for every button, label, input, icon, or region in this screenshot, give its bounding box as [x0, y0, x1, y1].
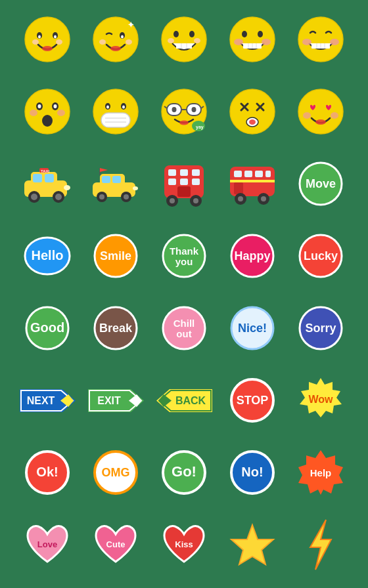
sticker-ok[interactable]: Ok! [14, 440, 80, 505]
sticker-hello[interactable]: Hello [14, 223, 80, 289]
svg-text:Happy: Happy [234, 249, 270, 262]
svg-point-30 [234, 39, 243, 45]
svg-text:Kiss: Kiss [175, 539, 193, 549]
svg-text:Thank: Thank [170, 245, 199, 257]
svg-rect-102 [180, 169, 188, 176]
svg-text:EXIT: EXIT [97, 395, 121, 406]
sticker-lightning[interactable] [288, 512, 354, 578]
svg-point-51 [106, 106, 109, 109]
sticker-happy[interactable] [14, 7, 80, 72]
svg-rect-80 [33, 174, 42, 182]
sticker-kiss[interactable]: Kiss [151, 512, 217, 578]
svg-text:Nice!: Nice! [238, 322, 267, 335]
sticker-cute[interactable]: Cute [83, 512, 149, 578]
sticker-nice[interactable]: Nice! [219, 295, 285, 361]
sticker-sorry[interactable]: Sorry [288, 295, 354, 361]
svg-text:Lucky: Lucky [304, 249, 338, 262]
svg-marker-177 [310, 520, 331, 570]
sticker-back[interactable]: BACK [151, 368, 217, 433]
sticker-bus-red2[interactable] [219, 151, 285, 217]
svg-point-4 [54, 35, 57, 39]
svg-text:Cute: Cute [106, 539, 126, 549]
svg-text:yay: yay [196, 125, 204, 130]
svg-point-77 [331, 112, 338, 119]
svg-rect-104 [168, 178, 176, 185]
svg-rect-117 [230, 180, 275, 182]
svg-point-11 [110, 46, 121, 51]
svg-point-22 [194, 38, 200, 43]
sticker-surprise[interactable] [14, 79, 80, 144]
svg-point-47 [57, 110, 65, 116]
svg-text:Wow: Wow [308, 394, 333, 405]
svg-rect-106 [192, 178, 200, 185]
svg-point-63 [192, 107, 196, 112]
sticker-thankyou[interactable]: Thank you [151, 223, 217, 289]
sticker-chillout[interactable]: Chill out [151, 295, 217, 361]
svg-point-76 [303, 112, 311, 119]
sticker-omg[interactable]: OMG [83, 440, 149, 505]
sticker-hearts[interactable] [288, 79, 354, 144]
sticker-stop[interactable]: STOP [219, 368, 285, 433]
svg-point-13 [126, 39, 132, 45]
svg-point-6 [32, 39, 39, 45]
sticker-car[interactable] [83, 151, 149, 217]
svg-point-64 [179, 121, 189, 125]
sticker-move[interactable]: Move [288, 151, 354, 217]
svg-text:No!: No! [241, 465, 263, 479]
svg-text:OMG: OMG [102, 466, 130, 479]
sticker-mask[interactable] [83, 79, 149, 144]
sticker-glasses[interactable]: yay [151, 79, 217, 144]
svg-point-96 [124, 194, 129, 200]
svg-point-97 [133, 186, 138, 190]
sticker-exit[interactable]: EXIT [83, 368, 149, 433]
sticker-break[interactable]: Break [83, 295, 149, 361]
svg-rect-81 [45, 174, 54, 182]
svg-point-3 [38, 35, 41, 39]
svg-point-5 [42, 46, 53, 51]
svg-point-17 [189, 31, 195, 37]
svg-point-37 [302, 39, 311, 45]
svg-text:Smile: Smile [100, 249, 131, 262]
sticker-smile[interactable]: Smile [83, 223, 149, 289]
sticker-biggrin[interactable] [219, 7, 285, 72]
svg-point-45 [44, 117, 51, 125]
svg-point-0 [25, 17, 70, 62]
sticker-dead[interactable] [219, 79, 285, 144]
sticker-grin[interactable] [151, 7, 217, 72]
svg-point-62 [172, 107, 177, 112]
sticker-help[interactable]: Help [288, 440, 354, 505]
sticker-taxi[interactable]: TAXI [14, 151, 80, 217]
svg-rect-114 [244, 171, 252, 177]
sticker-love[interactable]: Love [14, 512, 80, 578]
sticker-happy-badge[interactable]: Happy [219, 223, 285, 289]
svg-point-16 [173, 31, 179, 37]
svg-rect-105 [180, 178, 188, 185]
sticker-bus-red[interactable] [151, 151, 217, 217]
sticker-wink[interactable]: ✦ [83, 7, 149, 72]
sticker-star[interactable] [219, 512, 285, 578]
svg-text:STOP: STOP [237, 394, 269, 407]
svg-text:Ok!: Ok! [36, 465, 58, 479]
svg-text:TAXI: TAXI [41, 169, 50, 173]
svg-point-25 [258, 31, 263, 37]
svg-text:Sorry: Sorry [305, 322, 336, 335]
svg-point-88 [64, 185, 70, 190]
svg-marker-176 [231, 525, 273, 564]
sticker-good[interactable]: Good [14, 295, 80, 361]
sticker-no[interactable]: No! [219, 440, 285, 505]
svg-text:Chill: Chill [173, 318, 195, 329]
svg-point-120 [238, 196, 243, 201]
sticker-wow[interactable]: Wow [288, 368, 354, 433]
sticker-next[interactable]: NEXT [14, 368, 80, 433]
svg-marker-99 [100, 168, 108, 172]
sticker-lucky[interactable]: Lucky [288, 223, 354, 289]
svg-text:Go!: Go! [172, 463, 196, 480]
svg-point-21 [168, 38, 174, 43]
sticker-squint[interactable] [288, 7, 354, 72]
svg-point-75 [315, 119, 326, 125]
svg-point-7 [56, 39, 62, 45]
sticker-go[interactable]: Go! [151, 440, 217, 505]
svg-point-94 [99, 194, 104, 200]
svg-point-38 [330, 39, 339, 45]
svg-point-74 [298, 89, 343, 134]
